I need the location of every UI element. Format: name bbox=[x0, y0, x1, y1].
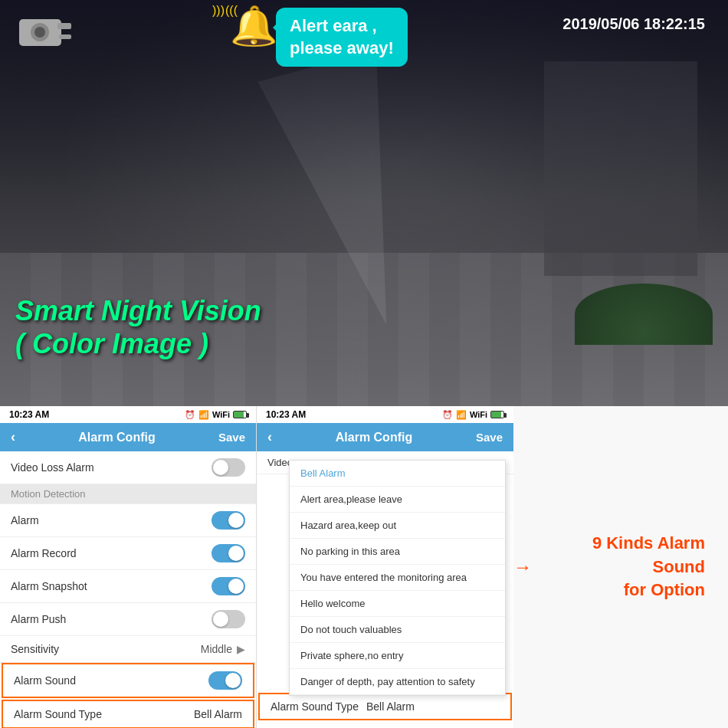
phone-2: 10:23 AM ⏰ 📶 WiFi ‹ Alarm Config Save Vi… bbox=[257, 406, 513, 728]
svg-rect-3 bbox=[57, 23, 71, 29]
camera-hardware-icon bbox=[11, 11, 73, 55]
sensitivity-label: Sensitivity bbox=[11, 643, 59, 655]
alarm-push-toggle[interactable] bbox=[212, 610, 245, 628]
phone2-alarm-header: ‹ Alarm Config Save bbox=[257, 423, 513, 451]
video-loss-toggle[interactable] bbox=[212, 458, 245, 477]
alarm-snapshot-label: Alarm Snapshot bbox=[11, 580, 87, 592]
timestamp: 2019/05/06 18:22:15 bbox=[562, 15, 705, 33]
alarm-snapshot-toggle[interactable] bbox=[212, 577, 245, 595]
bottom-section: 10:23 AM ⏰ 📶 WiFi ‹ Alarm Config Save Vi… bbox=[0, 406, 728, 728]
video-loss-row: Video Loss Alarm bbox=[0, 451, 256, 484]
annotation-text: 9 Kinds Alarm Sound for Option bbox=[539, 532, 705, 602]
alarm-row: Alarm bbox=[0, 504, 256, 537]
phone2-alarm-sound-type-label: Alarm Sound Type bbox=[271, 700, 359, 713]
smart-vision-line2: ( Color Image ) bbox=[15, 327, 261, 360]
phone-1: 10:23 AM ⏰ 📶 WiFi ‹ Alarm Config Save Vi… bbox=[0, 406, 257, 728]
phone1-header-title: Alarm Config bbox=[78, 431, 155, 444]
phone1-save-btn[interactable]: Save bbox=[218, 431, 245, 444]
camera-section: 🔔 ))) ((( Alert eara , please away! 2019… bbox=[0, 0, 728, 406]
sensitivity-row: Sensitivity Middle ▶ bbox=[0, 636, 256, 663]
dropdown-item-danger[interactable]: Danger of depth, pay attention to safety bbox=[290, 669, 505, 695]
sensitivity-triangle: ▶ bbox=[237, 643, 245, 655]
dropdown-item-welcome[interactable]: Hello welcome bbox=[290, 591, 505, 617]
phone2-header-title: Alarm Config bbox=[336, 431, 412, 444]
phone1-time: 10:23 AM bbox=[9, 409, 49, 420]
alarm-snapshot-row: Alarm Snapshot bbox=[0, 570, 256, 603]
annotation-wrapper: → 9 Kinds Alarm Sound for Option bbox=[513, 532, 705, 602]
alarm-toggle[interactable] bbox=[212, 511, 245, 530]
alarm-sound-label: Alarm Sound bbox=[14, 674, 76, 687]
phone1-status-icons: ⏰ 📶 WiFi bbox=[185, 410, 247, 420]
motion-detection-section: Motion Detection bbox=[0, 484, 256, 504]
phone2-battery-icon bbox=[490, 411, 504, 418]
alarm-record-label: Alarm Record bbox=[11, 547, 77, 559]
phone1-alarm-header: ‹ Alarm Config Save bbox=[0, 423, 256, 451]
alarm-record-toggle[interactable] bbox=[212, 544, 245, 562]
alarm-icon: ⏰ bbox=[185, 410, 195, 420]
alarm-sound-toggle[interactable] bbox=[208, 671, 242, 690]
alert-line2: please away! bbox=[290, 38, 394, 57]
dropdown-item-alert-area[interactable]: Alert area,please leave bbox=[290, 487, 505, 513]
alarm-sound-dropdown[interactable]: Bell Alarm Alert area,please leave Hazar… bbox=[289, 460, 506, 696]
phone2-status-bar: 10:23 AM ⏰ 📶 WiFi bbox=[257, 406, 513, 423]
annotation-line1: 9 Kinds Alarm Sound bbox=[592, 533, 705, 576]
alarm-sound-type-row: Alarm Sound Type Bell Alarm bbox=[2, 700, 254, 728]
annotation-line2: for Option bbox=[624, 580, 705, 599]
alert-line1: Alert eara , bbox=[290, 16, 377, 35]
phone2-wifi-icon: WiFi bbox=[470, 410, 487, 419]
dropdown-item-monitoring[interactable]: You have entered the monitoring area bbox=[290, 565, 505, 591]
dropdown-item-hazard[interactable]: Hazard area,keep out bbox=[290, 513, 505, 539]
annotation-arrow: → bbox=[513, 556, 532, 578]
alarm-label: Alarm bbox=[11, 514, 39, 526]
dropdown-item-valuables[interactable]: Do not touch valuables bbox=[290, 617, 505, 643]
phone2-save-btn[interactable]: Save bbox=[476, 431, 503, 444]
sensitivity-value: Middle bbox=[201, 643, 232, 655]
battery-icon bbox=[233, 411, 247, 418]
smart-night-vision-text: Smart Night Vision ( Color Image ) bbox=[15, 294, 261, 360]
annotation-area: → 9 Kinds Alarm Sound for Option bbox=[513, 406, 728, 728]
phone2-time: 10:23 AM bbox=[266, 409, 306, 420]
svg-point-2 bbox=[34, 27, 45, 38]
phone2-signal-icon: 📶 bbox=[456, 410, 467, 420]
alarm-sound-type-value: Bell Alarm bbox=[194, 708, 242, 720]
phone2-bottom-alarm-row: Alarm Sound Type Bell Alarm bbox=[258, 693, 512, 720]
phone1-back-btn[interactable]: ‹ bbox=[11, 429, 15, 445]
alarm-sound-row: Alarm Sound bbox=[2, 663, 254, 698]
phone1-status-bar: 10:23 AM ⏰ 📶 WiFi bbox=[0, 406, 256, 423]
svg-rect-4 bbox=[59, 34, 71, 39]
dropdown-item-bell[interactable]: Bell Alarm bbox=[290, 461, 505, 487]
smart-vision-line1: Smart Night Vision bbox=[15, 294, 261, 327]
dropdown-item-private[interactable]: Private sphere,no entry bbox=[290, 643, 505, 669]
alarm-record-row: Alarm Record bbox=[0, 537, 256, 570]
phone2-alarm-sound-type-value: Bell Alarm bbox=[366, 700, 415, 713]
alert-bubble: Alert eara , please away! bbox=[276, 8, 408, 67]
alarm-push-row: Alarm Push bbox=[0, 603, 256, 636]
dropdown-item-no-parking[interactable]: No parking in this area bbox=[290, 539, 505, 565]
wifi-icon: WiFi bbox=[212, 410, 230, 419]
phone2-alarm-icon: ⏰ bbox=[442, 410, 453, 420]
motion-detection-label: Motion Detection bbox=[11, 488, 86, 500]
phone2-back-btn[interactable]: ‹ bbox=[267, 429, 272, 445]
signal-icon: 📶 bbox=[198, 410, 209, 420]
alarm-sound-type-label: Alarm Sound Type bbox=[14, 708, 102, 720]
alarm-push-label: Alarm Push bbox=[11, 613, 66, 625]
phone2-status-icons: ⏰ 📶 WiFi bbox=[442, 410, 504, 420]
video-loss-label: Video Loss Alarm bbox=[11, 461, 94, 474]
